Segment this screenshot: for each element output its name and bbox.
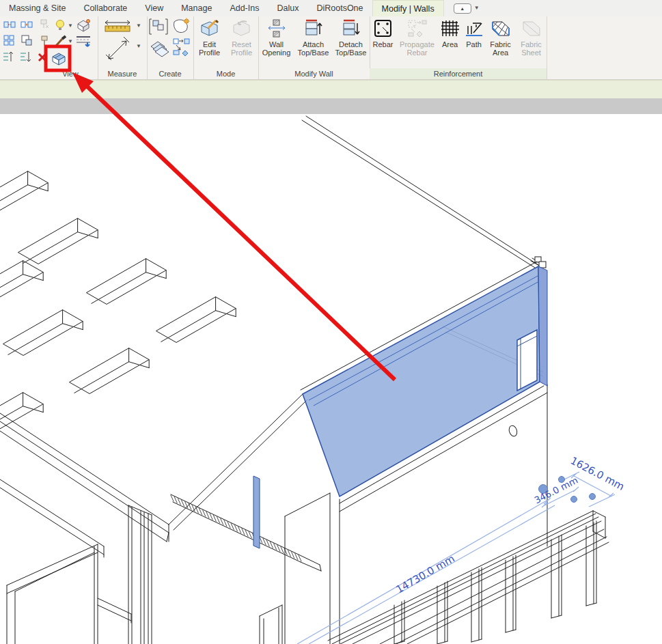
edit-profile-icon: [199, 19, 220, 38]
wall-opening-label: Wall Opening: [259, 40, 294, 57]
propagate-rebar-label: Propagate Rebar: [398, 40, 437, 57]
chevron-down-icon: ▼: [474, 5, 480, 11]
panel-mode: Edit Profile Reset Profile Mode: [193, 16, 259, 79]
wall-opening-icon: [267, 19, 286, 38]
create-similar-icon[interactable]: [171, 18, 191, 36]
tab-collaborate[interactable]: Collaborate: [74, 0, 136, 16]
dimension-lines[interactable]: [297, 472, 615, 644]
panel-label-view[interactable]: View: [43, 68, 98, 79]
chevron-down-icon[interactable]: ▼: [68, 23, 73, 29]
path-label: Path: [463, 40, 485, 48]
linework-brush-icon[interactable]: [55, 35, 67, 47]
tab-dalux[interactable]: Dalux: [268, 0, 307, 16]
attach-top-base-label: Attach Top/Base: [296, 40, 331, 57]
panel-label-modify-wall[interactable]: Modify Wall: [258, 68, 370, 79]
fabric-sheet-label: Fabric Sheet: [516, 40, 547, 57]
panel-measure: ▼ ▼ Measure: [98, 16, 148, 79]
wall-door-opening: [517, 330, 537, 391]
panel-view: ▼ ▼ View: [0, 16, 98, 79]
panel-reinforcement: Rebar Propagate Rebar Area Path Fabric A…: [370, 16, 547, 79]
rebar-label: Rebar: [370, 40, 396, 48]
selected-wall[interactable]: [303, 266, 547, 496]
cut-profile-icon[interactable]: [3, 20, 16, 29]
panel-modify-wall: Wall Opening Attach Top/Base Detach Top/…: [258, 16, 370, 79]
detach-top-base-label: Detach Top/Base: [333, 40, 370, 57]
chevron-down-icon[interactable]: ▼: [136, 23, 141, 29]
area-button[interactable]: Area: [439, 18, 462, 57]
fabric-sheet-icon: [521, 19, 542, 38]
ribbon-tab-bar: Massing & Site Collaborate View Manage A…: [0, 0, 662, 16]
dimension-1626: 1626.0 mm: [568, 454, 626, 492]
path-reinforcement-icon: [464, 19, 484, 38]
detach-top-base-button[interactable]: Detach Top/Base: [333, 18, 370, 57]
fabric-sheet-button: Fabric Sheet: [516, 18, 547, 57]
panel-label-mode[interactable]: Mode: [193, 68, 258, 79]
propagate-rebar-button: Propagate Rebar: [398, 18, 437, 57]
area-reinforcement-icon: [440, 19, 460, 38]
chevron-down-icon[interactable]: ▼: [68, 39, 73, 44]
ribbon: ▼ ▼ View ▼ ▼ Measure Create: [0, 16, 662, 80]
selected-wall-edge[interactable]: [253, 476, 260, 548]
sort-list-icon[interactable]: [19, 51, 31, 63]
area-label: Area: [439, 40, 462, 48]
revit-window: Massing & Site Collaborate View Manage A…: [0, 0, 662, 644]
view-control-strip: [0, 98, 662, 114]
reset-profile-label: Reset Profile: [226, 40, 258, 57]
tab-add-ins[interactable]: Add-Ins: [221, 0, 268, 16]
overlap-regions-icon[interactable]: [21, 35, 32, 46]
tab-dirootsone[interactable]: DiRootsOne: [307, 0, 372, 16]
unpin-icon[interactable]: [39, 18, 50, 29]
edit-profile-label: Edit Profile: [195, 40, 225, 57]
create-parts-icon[interactable]: [173, 38, 192, 57]
rebar-button[interactable]: Rebar: [370, 18, 396, 57]
align-list-icon[interactable]: [2, 51, 14, 63]
wall-opening-button[interactable]: Wall Opening: [259, 18, 294, 57]
tab-manage[interactable]: Manage: [172, 0, 221, 16]
tab-modify-walls[interactable]: Modify | Walls: [372, 0, 444, 16]
tab-view[interactable]: View: [136, 0, 172, 16]
render-box-icon[interactable]: [75, 18, 92, 32]
drawing-area[interactable]: 1626.0 mm 346.0 mm 14730.0 mm: [0, 114, 662, 644]
ribbon-collapse-button[interactable]: ▲ ▼: [454, 0, 480, 16]
rebar-icon: [373, 19, 394, 38]
path-button[interactable]: Path: [463, 18, 485, 57]
selection-box-icon[interactable]: [50, 50, 68, 68]
measure-between-icon[interactable]: [105, 36, 132, 63]
delete-icon[interactable]: [37, 52, 48, 63]
panel-label-reinforcement[interactable]: Reinforcement: [370, 68, 547, 79]
create-group-icon[interactable]: [149, 18, 168, 36]
dimension-labels: 1626.0 mm 346.0 mm 14730.0 mm: [394, 454, 626, 596]
edit-profile-button[interactable]: Edit Profile: [195, 18, 225, 57]
chevron-down-icon[interactable]: ▼: [136, 44, 141, 49]
fabric-area-button[interactable]: Fabric Area: [486, 18, 515, 57]
copy-profile-icon[interactable]: [20, 20, 33, 29]
panel-label-create[interactable]: Create: [147, 68, 193, 79]
fabric-area-label: Fabric Area: [486, 40, 515, 57]
matchtype-icon[interactable]: [3, 35, 14, 46]
panel-label-measure[interactable]: Measure: [98, 68, 147, 79]
reset-profile-button: Reset Profile: [226, 18, 258, 57]
reset-profile-icon: [232, 19, 252, 38]
panel-create: Create: [147, 16, 194, 79]
create-assembly-icon[interactable]: [149, 38, 169, 57]
attach-top-base-button[interactable]: Attach Top/Base: [296, 18, 331, 57]
pin-icon[interactable]: [39, 35, 50, 46]
model-3d-view: 1626.0 mm 346.0 mm 14730.0 mm: [0, 114, 662, 644]
override-graphics-icon[interactable]: [75, 35, 93, 48]
options-bar: [0, 80, 662, 99]
panel-collapse-icon: ▲: [454, 3, 471, 14]
lightbulb-icon[interactable]: [55, 19, 66, 31]
fabric-area-icon: [491, 19, 511, 38]
measure-ruler-icon[interactable]: [103, 19, 133, 34]
tab-massing-site[interactable]: Massing & Site: [0, 0, 74, 16]
attach-top-base-icon: [304, 19, 323, 38]
propagate-rebar-icon: [407, 19, 428, 38]
detach-top-base-icon: [342, 19, 361, 38]
